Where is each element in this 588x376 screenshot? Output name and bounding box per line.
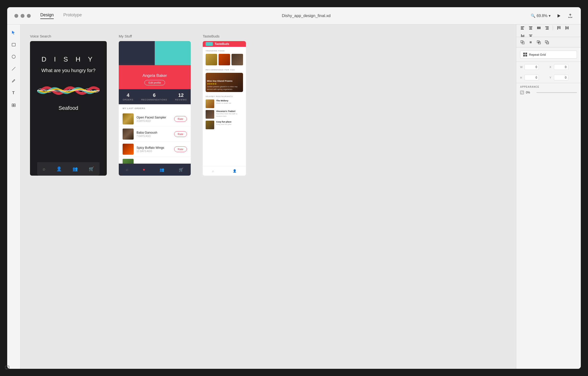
frame-label-voice: Voice Search	[30, 34, 107, 38]
y-input[interactable]	[554, 75, 568, 80]
rate-button-1[interactable]: Rate	[174, 131, 187, 137]
voice-nav-user[interactable]: 👤	[56, 166, 62, 172]
align-right-icon[interactable]	[544, 24, 550, 31]
order-info-1: Baba Ganoush 7 DAYS AGO	[136, 131, 174, 137]
minimize-traffic-light[interactable]	[21, 14, 24, 18]
pen-tool[interactable]	[10, 77, 17, 84]
height-label: H	[520, 76, 524, 79]
y-label: Y	[550, 76, 553, 79]
rate-button-0[interactable]: Rate	[174, 116, 187, 122]
mystuff-nav-cart[interactable]: 🛒	[179, 167, 184, 172]
rate-button-2[interactable]: Rate	[174, 146, 187, 152]
tab-design[interactable]: Design	[40, 12, 54, 19]
close-traffic-light[interactable]	[14, 14, 18, 18]
nearby-thumb-0	[206, 100, 214, 108]
svg-rect-42	[546, 42, 549, 44]
nearby-name-0: The Wokery	[216, 100, 231, 102]
subtract-icon[interactable]	[544, 39, 550, 46]
text-tool[interactable]: T	[10, 89, 17, 96]
svg-marker-0	[557, 14, 560, 18]
align-distribute-icon[interactable]	[536, 24, 542, 31]
maximize-traffic-light[interactable]	[27, 14, 31, 18]
voice-nav-friends[interactable]: 👥	[73, 166, 78, 172]
stat-rec-num: 6	[141, 92, 167, 98]
align-top-icon[interactable]	[555, 24, 562, 31]
mystuff-nav-search[interactable]: ⌕	[126, 167, 128, 172]
svg-rect-32	[529, 35, 532, 35]
align-middle-icon[interactable]	[564, 24, 570, 31]
tb-nav-bar: ⌕ 👤	[203, 166, 246, 176]
order-info-2: Spicy Buffalo Wings 12 DAYS AGO	[136, 146, 174, 153]
repeat-grid-button[interactable]: Repeat Grid	[520, 50, 577, 59]
width-input[interactable]	[525, 64, 539, 70]
main-tabs: Design Prototype	[40, 12, 82, 19]
svg-marker-1	[12, 31, 15, 35]
rg-cell-3	[523, 55, 525, 56]
rec-dish-desc: Jumbo prawns glazed in a miso soy served…	[207, 86, 242, 90]
align-center-icon[interactable]	[527, 24, 534, 31]
x-input[interactable]	[554, 64, 568, 70]
stat-orders: 4 ORDERS	[123, 92, 134, 101]
ellipse-tool[interactable]	[10, 53, 17, 60]
preview-button[interactable]	[555, 12, 562, 19]
right-panel: Repeat Grid W X H Y	[516, 24, 581, 369]
canvas: Voice Search D I S H Y What are you hung…	[21, 24, 516, 369]
voice-nav-search[interactable]: ⌕	[43, 166, 45, 172]
height-input[interactable]	[525, 75, 539, 80]
opacity-value: 0%	[526, 91, 535, 94]
voice-nav-cart[interactable]: 🛒	[89, 166, 94, 172]
tab-prototype[interactable]: Prototype	[63, 12, 82, 19]
stat-rev-label: REVIEWS	[175, 99, 187, 101]
nearby-thumb-1	[206, 110, 214, 119]
align-left-icon[interactable]	[519, 24, 526, 31]
order-item-2: Spicy Buffalo Wings 12 DAYS AGO Rate	[119, 142, 191, 157]
order-date-0: 3 DAYS AGO	[136, 120, 174, 122]
nearby-item-0: The Wokery Made to order stir	[206, 100, 243, 108]
line-tool[interactable]	[10, 65, 17, 72]
share-button[interactable]	[567, 12, 574, 19]
comment-tool[interactable]	[7, 365, 10, 369]
mystuff-nav-user[interactable]: ●	[143, 167, 145, 172]
select-tool[interactable]	[10, 29, 17, 36]
svg-rect-13	[521, 29, 524, 30]
edit-profile-button[interactable]: Edit profile	[144, 80, 165, 85]
voice-wave	[37, 81, 100, 100]
nearby-desc-0: Made to order stir	[216, 102, 231, 104]
component-tool[interactable]	[10, 101, 17, 108]
order-thumb-1	[123, 129, 134, 140]
recommended-card: Miso Soy Glazed Prawns ★★★★★ Jumbo prawn…	[206, 73, 243, 92]
exclude-icon[interactable]	[536, 39, 542, 46]
rectangle-tool[interactable]	[10, 41, 17, 48]
profile-name: Angela Baker	[143, 73, 167, 78]
frame-label-mystuff: My Stuff	[119, 34, 191, 38]
svg-rect-16	[529, 29, 532, 30]
svg-rect-37	[530, 41, 532, 43]
svg-rect-17	[537, 27, 538, 29]
svg-rect-40	[538, 42, 539, 43]
svg-rect-2	[12, 43, 15, 46]
combine-icon[interactable]	[519, 39, 526, 46]
svg-rect-11	[521, 26, 524, 27]
tb-nav-search[interactable]: ⌕	[212, 169, 214, 173]
repeat-grid-section: Repeat Grid	[516, 48, 581, 62]
svg-rect-24	[558, 26, 559, 29]
transform-row-2: H Y	[516, 72, 581, 83]
svg-rect-19	[540, 27, 540, 29]
zoom-control[interactable]: 🔍 69.8% ▾	[531, 13, 551, 18]
trending-row	[206, 54, 243, 65]
tb-nav-user[interactable]: 👤	[233, 169, 237, 173]
intersect-icon[interactable]	[527, 39, 534, 46]
x-label: X	[550, 66, 553, 68]
opacity-slider[interactable]	[536, 92, 577, 93]
voice-subtitle: What are you hungry for?	[41, 67, 95, 74]
svg-rect-10	[7, 366, 9, 369]
opacity-row: 0%	[520, 90, 577, 94]
toolbar-separator-1	[553, 25, 553, 30]
nearby-thumb-2	[206, 121, 214, 129]
svg-rect-22	[546, 29, 549, 30]
opacity-icon	[520, 90, 524, 94]
mystuff-nav-friends[interactable]: 👥	[159, 167, 164, 172]
order-name-2: Spicy Buffalo Wings	[136, 146, 174, 149]
svg-rect-34	[530, 35, 532, 36]
svg-rect-27	[567, 27, 567, 29]
